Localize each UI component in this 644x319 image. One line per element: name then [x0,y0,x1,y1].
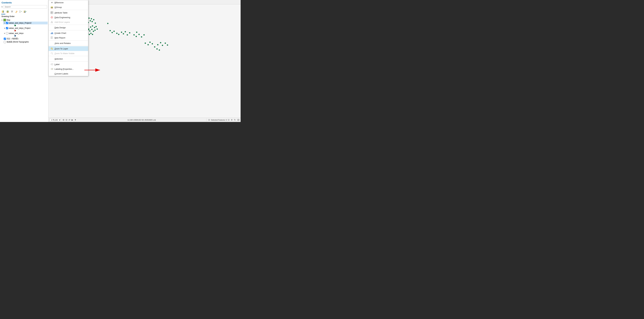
menu-sep-1 [48,10,88,10]
menu-labeling-properties[interactable]: Labeling Properties... [48,67,88,71]
grid-icon[interactable]: ⊞ [62,119,65,121]
layer3-item[interactable]: ▼ sabae_aed_tokyo [3,32,48,35]
layer2-checkbox[interactable] [6,27,8,29]
map-dot [93,31,94,32]
menu-convert-labels-label: Convert Labels [54,73,86,75]
menu-selection-label: Selection [54,58,86,60]
map-dot [90,20,91,22]
svg-rect-32 [52,32,52,34]
map-tools-icon[interactable]: ⊟ [65,119,68,121]
nav-icon[interactable]: ▶ [71,119,74,121]
frame-icon[interactable]: ⊡ [228,119,230,121]
menu-zoom-to-layer[interactable]: Zoom To Layer [48,46,88,51]
layer-tree: ▼ Map ▼ sabae_aed_tokyo_Project2 ▼ [0,18,48,44]
styles-button[interactable]: + [23,10,27,14]
scale-select[interactable]: 1:76,142 [50,118,61,122]
menu-joins-relates[interactable]: Joins and Relates [48,41,88,46]
svg-rect-20 [51,7,53,8]
edit-button[interactable] [14,10,18,14]
svg-rect-21 [51,8,53,8]
svg-rect-7 [11,11,13,11]
map-dot [154,46,155,48]
svg-line-10 [17,11,17,12]
expand-arrow-2: ▼ [4,27,5,29]
menu-group-label: GGroup [54,6,86,9]
data-design-icon [50,26,53,29]
menu-group[interactable]: GGroup [48,5,88,10]
menu-create-chart[interactable]: Create Chart [48,31,88,35]
layer5-name: 地形図 (World Topographic [6,41,47,43]
menu-label[interactable]: Label [48,62,88,67]
svg-rect-0 [2,11,3,12]
map-dot [89,30,90,32]
menu-data-engineering[interactable]: ⚙ Data Engineering [48,15,88,20]
svg-rect-30 [51,33,51,34]
map-group-item[interactable]: ▼ Map [0,19,48,22]
sidebar-toggle-icon[interactable]: ⊟ [237,118,239,121]
pause-icon[interactable]: ⏸ [230,119,233,121]
layer5-checkbox[interactable] [4,41,6,43]
selection-icon [50,57,53,60]
layer5-item[interactable]: 地形図 (World Topographic [3,40,48,44]
search-input[interactable] [4,5,47,9]
attribute-table-icon [50,11,53,14]
remove-icon: ✕ [50,1,53,4]
expand-arrow-3: ▼ [4,33,5,34]
menu-zoom-visible-label: Zoom To Make Visible [54,52,86,55]
new-report-icon [50,36,53,39]
svg-text:+: + [21,11,22,12]
map-dot [127,34,128,36]
svg-text:!: ! [52,22,52,23]
sync-icon[interactable]: ⇄ [68,119,70,121]
labeling-properties-icon [50,68,53,70]
svg-rect-3 [3,12,4,13]
svg-line-43 [52,54,53,55]
menu-convert-labels[interactable]: Convert Labels [48,71,88,76]
map-dot [118,34,119,35]
map-dot [116,33,118,34]
main-area: Contents ▽ [0,0,240,122]
map-dot [148,44,149,45]
map-dot [92,21,93,22]
select-icon[interactable]: ⊡ [208,119,210,121]
menu-data-design[interactable]: Data Design [48,25,88,30]
svg-rect-17 [25,12,26,13]
filter-icon[interactable]: ▽ [1,6,3,8]
layer1-checkbox[interactable] [6,22,8,24]
layer3-checkbox[interactable] [6,32,8,35]
menu-zoom-visible: Zoom To Make Visible [48,51,88,56]
list-view-button[interactable] [1,10,5,14]
menu-joins-relates-label: Joins and Relates [54,42,86,45]
layer-filter-button[interactable] [10,10,14,14]
refresh-icon[interactable]: ↻ [234,119,236,121]
layer3-name: sabae_aed_tokyo [9,32,47,35]
contents-panel: Contents ▽ [0,0,48,122]
menu-new-report[interactable]: New Report [48,35,88,40]
search-row: ▽ [0,5,48,9]
dropdown-icon[interactable]: ▼ [74,119,77,121]
add-layer-button[interactable]: + [19,10,23,14]
layer4-checkbox[interactable] [4,38,6,40]
map-dot [138,34,140,35]
map-dot [141,36,142,38]
zoom-to-layer-icon [50,47,53,50]
layer1-item[interactable]: ▼ sabae_aed_tokyo_Project2 [3,22,48,25]
menu-remove[interactable]: ✕ RRemove [48,0,88,5]
menu-data-engineering-label: Data Engineering [54,16,86,19]
map-dot [136,32,137,33]
expand-arrow: ▼ [1,19,3,21]
menu-selection[interactable]: Selection [48,57,88,61]
layer4-item[interactable]: 注記（地形図） [3,37,48,40]
menu-add-error-layers-label: Add Error Layers [54,21,86,23]
layer2-item[interactable]: ▼ sabae_aed_tokyo_Project [3,27,48,30]
menu-create-chart-label: Create Chart [54,32,86,34]
map-icon [4,19,6,21]
map-dot [125,31,126,32]
menu-labeling-properties-label: Labeling Properties... [54,68,86,70]
menu-attribute-table[interactable]: Attribute Table [48,10,88,15]
drawing-order-button[interactable] [6,10,10,14]
svg-rect-1 [3,11,4,12]
layer4-name: 注記（地形図） [6,37,47,40]
svg-rect-33 [53,33,53,34]
svg-line-39 [52,49,53,50]
